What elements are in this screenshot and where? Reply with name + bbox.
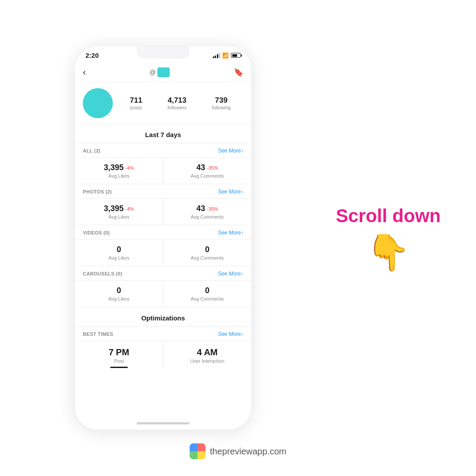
post-time-label: Post [78,358,160,364]
post-time-cell: 7 PM Post [75,341,164,368]
followers-stat: 4,713 followers [167,96,186,110]
following-label: following [212,105,231,110]
videos-comments-label: Avg Comments [167,255,248,260]
photos-chevron-icon: › [242,190,243,194]
signal-icon [213,53,220,58]
all-avg-likes: 3,395 -4% Avg Likes [75,158,164,184]
username-highlight [157,67,170,77]
followers-label: followers [167,105,186,110]
all-title: ALL (2) [83,148,100,153]
all-likes-value: 3,395 -4% [78,163,160,172]
best-times-section: BEST TIMES See More › 7 PM Post 4 AM Use… [75,327,251,368]
at-symbol: @ [149,69,156,76]
all-comments-label: Avg Comments [167,173,248,178]
all-likes-change: -4% [125,165,134,171]
nav-bar: ‹ @ 🔖 [75,63,251,82]
scroll-down-emoji: 👇 [366,235,410,270]
bottom-branding: thepreviewapp.com [190,443,286,459]
interaction-time-cell: 4 AM User Interaction [164,341,252,368]
photos-likes-value: 3,395 -4% [78,204,160,213]
carousels-avg-comments: 0 Avg Comments [164,281,252,307]
videos-section: VIDEOS (0) See More › 0 Avg Likes [75,225,251,266]
followers-count: 4,713 [167,96,186,105]
photos-comments-label: Avg Comments [167,214,248,219]
carousels-likes-label: Avg Likes [78,296,160,301]
photos-likes-change: -4% [125,206,134,212]
home-bar [137,422,190,424]
videos-avg-comments: 0 Avg Comments [164,240,252,266]
photos-comments-change: -35% [207,206,218,212]
back-button[interactable]: ‹ [83,67,86,77]
videos-category-header: VIDEOS (0) See More › [75,225,251,239]
all-chevron-icon: › [242,149,243,153]
brand-text: thepreviewapp.com [210,446,286,457]
posts-label: posts [130,105,142,110]
all-category-header: ALL (2) See More › [75,143,251,157]
best-times-title: BEST TIMES [83,331,113,337]
photos-avg-comments: 43 -35% Avg Comments [164,199,252,225]
carousels-category-header: CAROUSELS (0) See More › [75,266,251,280]
page-container: 2:20 📶 ‹ @ [0,0,476,476]
photos-title: PHOTOS (2) [83,189,112,194]
all-avg-comments: 43 -35% Avg Comments [164,158,252,184]
profile-header: 711 posts 4,713 followers 739 following [75,82,251,124]
all-comments-value: 43 -35% [167,163,248,172]
best-times-category-header: BEST TIMES See More › [75,327,251,341]
phone-shell: 2:20 📶 ‹ @ [75,46,251,430]
photos-avg-likes: 3,395 -4% Avg Likes [75,199,164,225]
interaction-time-label: User Interaction [167,358,248,364]
wifi-icon: 📶 [222,52,229,59]
videos-stats-row: 0 Avg Likes 0 Avg Comments [75,239,251,266]
photos-see-more[interactable]: See More › [218,189,243,195]
carousels-title: CAROUSELS (0) [83,271,122,276]
photos-section: PHOTOS (2) See More › 3,395 -4% Avg Like… [75,184,251,225]
best-times-see-more[interactable]: See More › [218,331,243,337]
last7days-header: Last 7 days [75,125,251,143]
interaction-time-value: 4 AM [167,347,248,357]
following-stat: 739 following [212,96,231,110]
all-see-more[interactable]: See More › [218,148,243,154]
carousels-section: CAROUSELS (0) See More › 0 Avg Likes [75,266,251,307]
carousels-see-more[interactable]: See More › [218,271,243,277]
home-indicator [75,416,251,430]
best-times-row: 7 PM Post 4 AM User Interaction [75,341,251,368]
brand-logo-icon [190,443,205,459]
photos-likes-label: Avg Likes [78,214,160,219]
photos-category-header: PHOTOS (2) See More › [75,184,251,198]
status-icons: 📶 [213,52,241,59]
videos-see-more[interactable]: See More › [218,230,243,236]
optimizations-header: Optimizations [75,307,251,326]
avatar [83,88,113,118]
carousels-likes-value: 0 [78,286,160,295]
right-content: Scroll down 👇 [336,206,441,270]
videos-chevron-icon: › [242,231,243,235]
all-comments-change: -35% [207,165,218,171]
bookmark-icon[interactable]: 🔖 [234,67,243,77]
carousels-stats-row: 0 Avg Likes 0 Avg Comments [75,280,251,307]
profile-stats: 711 posts 4,713 followers 739 following [117,96,243,110]
videos-avg-likes: 0 Avg Likes [75,240,164,266]
app-screen: ‹ @ 🔖 711 posts 4,713 followers [75,63,251,416]
scroll-down-text: Scroll down [336,206,441,226]
carousels-comments-value: 0 [167,286,248,295]
photos-stats-row: 3,395 -4% Avg Likes 43 -35% Avg Comments [75,198,251,225]
nav-username-container: @ [149,67,170,77]
videos-comments-value: 0 [167,245,248,254]
photos-comments-value: 43 -35% [167,204,248,213]
all-stats-row: 3,395 -4% Avg Likes 43 -35% Avg Comments [75,157,251,184]
carousels-avg-likes: 0 Avg Likes [75,281,164,307]
best-times-chevron-icon: › [242,332,243,337]
all-section: ALL (2) See More › 3,395 -4% Avg Likes [75,143,251,184]
all-likes-label: Avg Likes [78,173,160,178]
post-time-value: 7 PM [78,347,160,357]
carousels-comments-label: Avg Comments [167,296,248,301]
posts-stat: 711 posts [130,96,142,110]
following-count: 739 [212,96,231,105]
posts-count: 711 [130,96,142,105]
videos-likes-value: 0 [78,245,160,254]
battery-icon [231,53,241,58]
videos-likes-label: Avg Likes [78,255,160,260]
carousels-chevron-icon: › [242,271,243,276]
videos-title: VIDEOS (0) [83,230,110,235]
phone-notch [137,46,190,59]
